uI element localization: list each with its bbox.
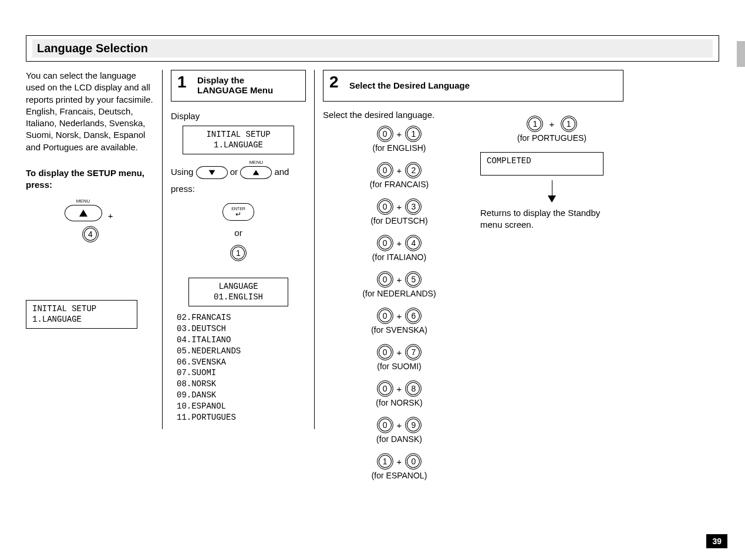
menu-key-group: MENU + 4 bbox=[26, 205, 155, 242]
page-number: 39 bbox=[706, 534, 727, 548]
key-a: 0 bbox=[377, 380, 393, 397]
key-a: 0 bbox=[377, 126, 393, 142]
display-label: Display bbox=[171, 111, 306, 121]
lang-option: 0+3(for DEUTSCH) bbox=[323, 198, 476, 225]
lcd-completed: COMPLETED bbox=[480, 152, 604, 176]
key-b: 0 bbox=[405, 453, 422, 470]
flow-arrow bbox=[480, 180, 623, 203]
key-a: 0 bbox=[377, 271, 393, 288]
section-title-bar: Language Selection bbox=[26, 35, 719, 62]
step2-title: Select the Desired Language bbox=[349, 80, 470, 90]
intro-text: You can select the language used on the … bbox=[26, 70, 155, 153]
press-label: press: bbox=[171, 184, 306, 194]
lang-label: (for ENGLISH) bbox=[323, 143, 476, 153]
enter-key-icon: ENTER ↵ bbox=[223, 203, 254, 221]
key-b: 8 bbox=[405, 380, 422, 397]
lang-label: (for NEDERLANDS) bbox=[323, 289, 476, 298]
lcd-language: LANGUAGE 01.ENGLISH bbox=[188, 278, 288, 306]
key-b: 3 bbox=[405, 198, 422, 215]
return-text: Returns to display the Standby menu scre… bbox=[480, 207, 623, 231]
enter-symbol: ↵ bbox=[235, 211, 241, 218]
step2-number: 2 bbox=[329, 73, 339, 92]
step2-instruction: Select the desired language. bbox=[323, 110, 476, 120]
key-b: 6 bbox=[405, 308, 422, 324]
language-list: 02.FRANCAIS 03.DEUTSCH 04.ITALIANO 05.NE… bbox=[171, 311, 306, 423]
or-label: or bbox=[171, 228, 306, 238]
step1-title: Display the LANGUAGE Menu bbox=[197, 75, 273, 96]
lang-option: 0+1(for ENGLISH) bbox=[323, 126, 476, 153]
lang-label: (for DANSK) bbox=[323, 434, 476, 444]
key-a: 0 bbox=[377, 344, 393, 360]
key-a: 0 bbox=[377, 308, 393, 324]
key-b: 2 bbox=[405, 162, 422, 178]
key-a: 1 bbox=[527, 116, 543, 132]
lang-label: (for DEUTSCH) bbox=[323, 216, 476, 225]
key-1: 1 bbox=[230, 245, 247, 261]
lang-label: (for FRANCAIS) bbox=[323, 180, 476, 189]
lcd-initial-setup-2: INITIAL SETUP 1.LANGUAGE bbox=[183, 126, 294, 154]
menu-key-icon: MENU bbox=[65, 205, 102, 221]
lang-option: 0+4(for ITALIANO) bbox=[323, 235, 476, 262]
key-a: 0 bbox=[377, 417, 393, 433]
lang-label: (for SUOMI) bbox=[323, 362, 476, 371]
key-b: 1 bbox=[405, 126, 422, 142]
plus-sign: + bbox=[104, 211, 117, 221]
key-a: 0 bbox=[377, 198, 393, 215]
lang-label: (for ESPANOL) bbox=[323, 471, 476, 480]
key-4: 4 bbox=[82, 226, 99, 242]
step2-header: 2 Select the Desired Language bbox=[323, 70, 623, 102]
lang-option: 0+8(for NORSK) bbox=[323, 380, 476, 407]
up-key-icon: MENU bbox=[240, 166, 272, 179]
key-b: 7 bbox=[405, 344, 422, 360]
lang-label: (for ITALIANO) bbox=[323, 252, 476, 262]
key-b: 1 bbox=[561, 116, 577, 132]
lcd-initial-setup-1: INITIAL SETUP 1.LANGUAGE bbox=[26, 300, 137, 329]
step2-column: 2 Select the Desired Language Select the… bbox=[315, 70, 632, 495]
svg-marker-1 bbox=[208, 170, 215, 176]
down-key-icon bbox=[196, 166, 228, 179]
intro-column: You can select the language used on the … bbox=[26, 70, 162, 329]
lang-option: 0+6(for SVENSKA) bbox=[323, 308, 476, 335]
step1-number: 1 bbox=[177, 73, 187, 92]
side-tab-marker bbox=[737, 41, 745, 67]
setup-menu-heading: To display the SETUP menu, press: bbox=[26, 167, 155, 191]
key-a: 0 bbox=[377, 235, 393, 251]
step1-column: 1 Display the LANGUAGE Menu Display INIT… bbox=[162, 70, 315, 429]
key-b: 4 bbox=[405, 235, 422, 251]
lang-option-portugues: 1 + 1 (for PORTUGUES) bbox=[480, 116, 623, 143]
key-a: 0 bbox=[377, 162, 393, 178]
lang-label: (for SVENSKA) bbox=[323, 325, 476, 335]
section-title: Language Selection bbox=[32, 39, 713, 58]
step1-header: 1 Display the LANGUAGE Menu bbox=[171, 70, 306, 102]
lang-option: 0+5(for NEDERLANDS) bbox=[323, 271, 476, 298]
lang-option: 0+2(for FRANCAIS) bbox=[323, 162, 476, 189]
lang-option: 1+0(for ESPANOL) bbox=[323, 453, 476, 480]
using-row: Using or MENU and bbox=[171, 166, 306, 179]
svg-marker-0 bbox=[79, 210, 87, 217]
lang-option: 0+7(for SUOMI) bbox=[323, 344, 476, 371]
lang-label: (for PORTUGUES) bbox=[480, 133, 623, 143]
svg-marker-2 bbox=[253, 170, 259, 176]
key-b: 9 bbox=[405, 417, 422, 433]
key-a: 1 bbox=[377, 453, 393, 470]
key-b: 5 bbox=[405, 271, 422, 288]
lang-label: (for NORSK) bbox=[323, 398, 476, 407]
lang-option: 0+9(for DANSK) bbox=[323, 417, 476, 444]
